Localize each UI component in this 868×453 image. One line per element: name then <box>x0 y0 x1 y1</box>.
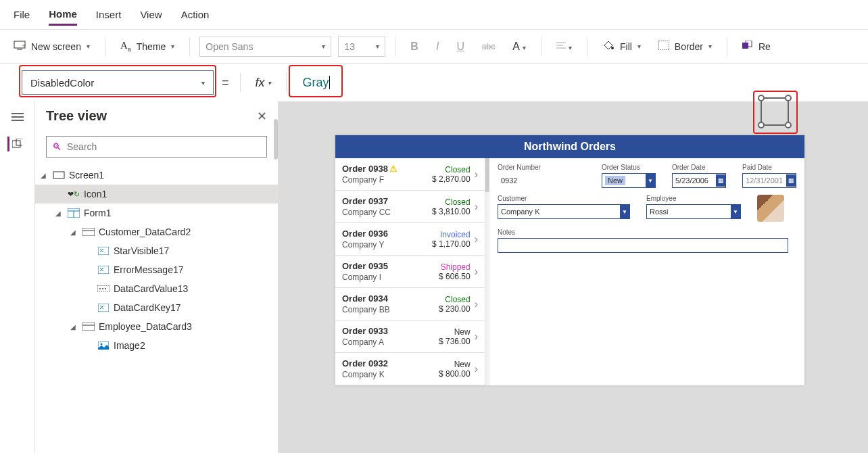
align-button[interactable]: ▾ <box>551 41 577 53</box>
expand-toggle[interactable]: ◢ <box>55 210 64 217</box>
svg-rect-28 <box>82 323 95 331</box>
app-header: Northwind Orders <box>335 135 804 158</box>
expand-toggle[interactable]: ◢ <box>41 172 49 179</box>
order-company: Company I <box>342 272 439 282</box>
order-id: Order 0937 <box>342 196 432 206</box>
order-amount: $ 736.00 <box>439 337 471 346</box>
theme-label: Theme <box>137 41 166 52</box>
fill-button[interactable]: Fill ▾ <box>597 37 646 55</box>
property-selector[interactable]: DisabledColor ▾ <box>22 70 214 95</box>
order-item[interactable]: Order 0935Company IShipped$ 606.50› <box>335 256 485 288</box>
customer-dropdown[interactable]: Company K▼ <box>498 204 630 219</box>
orderstatus-value: New <box>605 176 625 185</box>
menu-view[interactable]: View <box>140 5 162 24</box>
separator <box>541 37 541 56</box>
chevron-right-icon: › <box>475 201 478 213</box>
app-title: Northwind Orders <box>524 141 616 153</box>
order-item[interactable]: Order 0934Company BBClosed$ 230.00› <box>335 288 485 320</box>
expand-toggle[interactable]: ◢ <box>70 229 78 236</box>
employee-dropdown[interactable]: Rossi▼ <box>646 204 741 219</box>
order-amount: $ 230.00 <box>439 304 471 314</box>
orderdate-field[interactable]: 5/23/2006▦ <box>672 173 726 188</box>
label-ordernumber: Order Number <box>498 164 585 171</box>
resize-handle[interactable] <box>785 95 792 101</box>
reorder-button[interactable]: Re <box>737 38 776 55</box>
theme-button[interactable]: Aa Theme ▾ <box>115 37 180 55</box>
tree-item-form1[interactable]: ◢Form1 <box>35 204 278 222</box>
tree-item-errormessage17[interactable]: ErrorMessage17 <box>35 260 278 279</box>
chevron-down-icon: ▾ <box>171 43 174 50</box>
text-cursor <box>329 76 330 89</box>
underline-button[interactable]: U <box>451 41 470 53</box>
app-preview: Northwind Orders Order 0938⚠Company FClo… <box>335 135 804 385</box>
tree-item-starvisible17[interactable]: StarVisible17 <box>35 241 278 260</box>
separator <box>587 37 587 56</box>
menu-insert[interactable]: Insert <box>96 5 122 24</box>
menu-action[interactable]: Action <box>181 5 210 24</box>
chevron-right-icon: › <box>475 298 478 310</box>
tree-item-label: Screen1 <box>69 170 104 181</box>
order-company: Company Y <box>342 240 432 249</box>
chevron-down-icon: ▾ <box>637 43 641 50</box>
order-item[interactable]: Order 0937Company CCClosed$ 3,810.00› <box>335 191 485 223</box>
tree-item-image2[interactable]: Image2 <box>35 336 278 355</box>
fontcolor-button[interactable]: A▾ <box>507 41 531 53</box>
search-icon: 🔍︎ <box>52 141 62 152</box>
border-button[interactable]: Border ▾ <box>653 38 717 55</box>
label-employee: Employee <box>646 195 741 202</box>
tree-item-label: Customer_DataCard2 <box>99 226 191 237</box>
expand-toggle[interactable]: ◢ <box>70 323 78 331</box>
calendar-icon: ▦ <box>716 174 725 187</box>
order-item[interactable]: Order 0936Company YInvoiced$ 1,170.00› <box>335 223 485 256</box>
svg-point-26 <box>105 288 106 289</box>
scrollbar-thumb[interactable] <box>485 158 489 192</box>
search-box[interactable]: 🔍︎ <box>46 136 267 158</box>
order-company: Company K <box>342 370 439 379</box>
order-list: Order 0938⚠Company FClosed$ 2,870.00›Ord… <box>335 158 485 385</box>
new-screen-button[interactable]: + New screen ▾ <box>8 38 95 55</box>
menu-home[interactable]: Home <box>49 4 77 26</box>
separator <box>286 73 287 92</box>
order-scrollbar[interactable] <box>485 158 489 385</box>
order-item[interactable]: Order 0932Company KNew$ 800.00› <box>335 353 485 385</box>
order-company: Company F <box>342 175 432 185</box>
menu-bar: File Home Insert View Action <box>0 0 868 30</box>
order-item[interactable]: Order 0933Company ANew$ 736.00› <box>335 320 485 353</box>
tree-item-employee_datacard3[interactable]: ◢Employee_DataCard3 <box>35 317 278 336</box>
notes-input[interactable] <box>498 238 788 253</box>
tree-item-datacardkey17[interactable]: DataCardKey17 <box>35 298 278 317</box>
selection-box[interactable] <box>761 97 789 126</box>
strike-button[interactable]: abc <box>477 42 500 51</box>
employee-value: Rossi <box>650 208 669 216</box>
orderstatus-dropdown[interactable]: New▼ <box>602 173 656 188</box>
canvas[interactable]: Northwind Orders Order 0938⚠Company FClo… <box>279 101 868 453</box>
fontsize-dropdown[interactable]: 13 ▾ <box>338 37 385 57</box>
scrollbar-thumb[interactable] <box>274 119 278 160</box>
paiddate-field[interactable]: 12/31/2001▦ <box>742 173 796 188</box>
label-notes: Notes <box>498 229 796 236</box>
order-company: Company A <box>342 337 439 347</box>
resize-handle[interactable] <box>758 95 765 101</box>
tree-item-icon1[interactable]: ❤↻Icon1 <box>35 185 278 204</box>
order-status: Closed <box>439 295 471 304</box>
fx-button[interactable]: fx▾ <box>251 76 275 90</box>
font-dropdown[interactable]: Open Sans ▾ <box>199 37 331 57</box>
close-icon[interactable]: ✕ <box>257 109 267 124</box>
menu-file[interactable]: File <box>14 5 30 24</box>
tree-item-screen1[interactable]: ◢Screen1 <box>35 166 278 185</box>
bold-button[interactable]: B <box>405 41 424 53</box>
order-item[interactable]: Order 0938⚠Company FClosed$ 2,870.00› <box>335 158 485 191</box>
formula-input[interactable]: Gray <box>297 70 860 95</box>
tree-item-customer_datacard2[interactable]: ◢Customer_DataCard2 <box>35 222 278 241</box>
tree-title: Tree view <box>46 108 107 124</box>
tree-item-datacardvalue13[interactable]: DataCardValue13 <box>35 279 278 298</box>
italic-button[interactable]: I <box>431 41 444 53</box>
border-label: Border <box>675 41 703 52</box>
resize-handle[interactable] <box>785 122 792 128</box>
resize-handle[interactable] <box>758 122 765 128</box>
tree-view-icon[interactable] <box>7 137 22 151</box>
search-input[interactable] <box>67 141 261 152</box>
hamburger-icon[interactable] <box>10 110 25 124</box>
order-id: Order 0932 <box>342 358 439 368</box>
app-body: Order 0938⚠Company FClosed$ 2,870.00›Ord… <box>335 158 804 385</box>
